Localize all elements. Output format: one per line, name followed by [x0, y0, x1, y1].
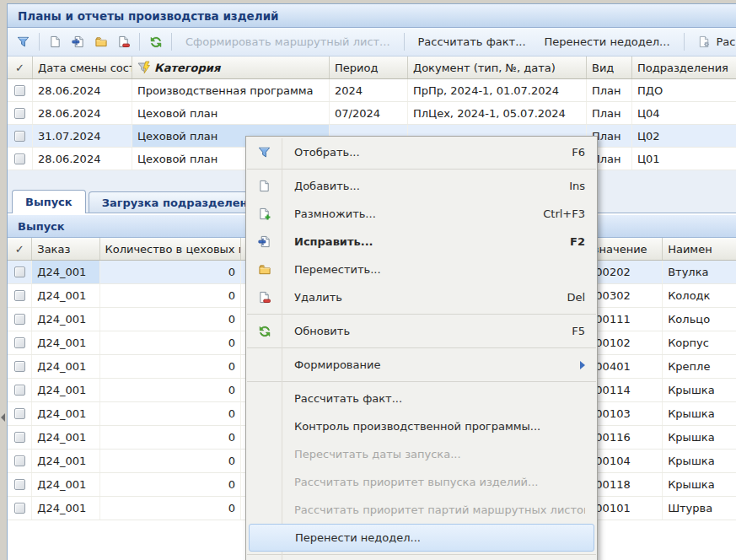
cell-text: Д24_001	[37, 266, 86, 278]
filter-button[interactable]	[12, 31, 35, 53]
menu-separator	[247, 169, 596, 170]
cell-name: Крышка	[663, 450, 736, 472]
context-menu-item[interactable]: Размножить...Ctrl+F3	[246, 200, 597, 228]
row-checkbox[interactable]	[14, 479, 25, 490]
cell-check	[8, 331, 32, 354]
plans-panel: Планы и отчеты производства изделий Сфор…	[7, 3, 736, 560]
toolbar: Сформировать маршрутный лист...Рассчитат…	[8, 28, 736, 57]
column-header-name[interactable]: Наимен	[663, 238, 736, 260]
row-checkbox[interactable]	[14, 314, 25, 325]
edit-button[interactable]	[67, 31, 89, 53]
cell-name: Кольцо	[663, 308, 736, 331]
context-menu-item[interactable]: Формирование	[246, 351, 597, 379]
menu-separator	[247, 314, 596, 315]
row-checkbox[interactable]	[14, 85, 25, 96]
cell-text: 0	[228, 337, 235, 349]
context-menu-item[interactable]: Пересчитать даты запуска...	[246, 440, 597, 468]
toolbar-button-label: Сформировать маршрутный лист...	[185, 35, 390, 48]
toolbar-separator	[404, 33, 405, 51]
extended-button[interactable]: Расширен	[689, 31, 736, 53]
cell-check	[8, 379, 32, 401]
collapse-splitter-icon[interactable]	[1, 413, 5, 422]
delete-document-icon	[117, 35, 131, 49]
cell-check	[8, 497, 32, 520]
calculate-fact-button[interactable]: Рассчитать факт...	[409, 31, 535, 53]
row-checkbox[interactable]	[14, 503, 25, 514]
panel-title-bar: Планы и отчеты производства изделий	[8, 4, 736, 28]
cell-name: Крышка	[663, 473, 736, 496]
row-checkbox[interactable]	[14, 408, 25, 419]
new-document-icon	[246, 180, 282, 192]
column-header-kind[interactable]: Вид	[587, 57, 632, 78]
tab-release[interactable]: Выпуск	[12, 190, 86, 213]
move-button[interactable]	[89, 31, 112, 53]
cell-text: Кольцо	[668, 313, 710, 326]
cell-check	[8, 308, 32, 331]
context-menu-item[interactable]: Контроль производственной программы...	[246, 412, 597, 440]
page-title: Планы и отчеты производства изделий	[18, 9, 279, 23]
cell-text: 2024	[335, 84, 363, 97]
row-checkbox[interactable]	[14, 432, 25, 443]
cell-quantity: 0	[100, 402, 242, 425]
context-menu-item[interactable]: Рассчитать приоритет партий маршрутных л…	[246, 496, 597, 524]
plans-table-row[interactable]: 28.06.2024Цеховой план07/2024ПлЦех, 2024…	[8, 102, 736, 125]
cell-name: Колодк	[663, 284, 736, 307]
cell-text: Корпус	[668, 337, 709, 349]
menu-item-label: Пересчитать даты запуска...	[282, 448, 585, 460]
delete-button[interactable]	[112, 31, 135, 53]
cell-text: Крышка	[668, 407, 714, 420]
cell-name: Корпус	[663, 331, 736, 354]
plans-table-header: ✓ Дата смены сост Категория Период Докум…	[8, 57, 736, 79]
row-checkbox[interactable]	[14, 385, 25, 396]
row-checkbox[interactable]	[14, 361, 25, 372]
cell-text: ПлЦех, 2024-1, 05.07.2024	[413, 107, 566, 120]
plans-table-row[interactable]: 28.06.2024Производственная программа2024…	[8, 79, 736, 102]
column-header-order[interactable]: Заказ	[32, 238, 99, 260]
report-settings-icon	[698, 35, 712, 49]
context-menu-item[interactable]: ОбновитьF5	[246, 317, 597, 345]
row-checkbox[interactable]	[14, 131, 25, 142]
cell-text: Д24_001	[37, 289, 86, 302]
context-menu-item[interactable]: Рассчитать приоритет выпуска изделий...	[246, 468, 597, 496]
context-menu-item[interactable]: Рассчитать факт...	[246, 385, 597, 412]
section-title: Выпуск	[18, 220, 65, 233]
column-header-category[interactable]: Категория	[132, 57, 330, 78]
cell-quantity: 0	[100, 284, 242, 307]
context-menu-item[interactable]: УдалитьDel	[246, 283, 597, 311]
cell-quantity: 0	[100, 473, 242, 496]
cell-check	[8, 426, 32, 449]
check-column-header[interactable]: ✓	[8, 238, 32, 260]
column-header-date[interactable]: Дата смены сост	[33, 57, 132, 78]
cell-order: Д24_001	[32, 355, 99, 378]
category-header-label: Категория	[154, 62, 220, 74]
cell-text: 0	[228, 266, 235, 278]
cell-text: 0	[228, 478, 235, 491]
cell-check	[8, 125, 33, 147]
column-header-quantity[interactable]: Количество в цеховых п	[100, 238, 242, 260]
row-checkbox[interactable]	[14, 290, 25, 301]
cell-check	[8, 450, 32, 472]
cell-check	[8, 261, 32, 283]
cell-date: 28.06.2024	[33, 102, 132, 124]
row-checkbox[interactable]	[14, 455, 25, 466]
context-menu-item[interactable]: Добавить...Ins	[246, 172, 597, 200]
left-dock-strip	[0, 0, 7, 560]
context-menu-item[interactable]: Исправить...F2	[246, 228, 597, 256]
transfer-backlog-button[interactable]: Перенести недодел...	[535, 31, 680, 53]
toolbar-button-label: Перенести недодел...	[545, 35, 670, 48]
row-checkbox[interactable]	[14, 153, 25, 164]
context-menu-item[interactable]: Отобрать...F6	[246, 138, 597, 166]
column-header-division[interactable]: Подразделения	[632, 57, 736, 78]
cell-date: 28.06.2024	[33, 148, 132, 170]
row-checkbox[interactable]	[14, 108, 25, 119]
context-menu-item[interactable]: Перенести недодел...	[249, 524, 594, 552]
add-button[interactable]	[44, 31, 67, 53]
row-checkbox[interactable]	[14, 337, 25, 348]
row-checkbox[interactable]	[14, 267, 25, 277]
column-header-period[interactable]: Период	[330, 57, 408, 78]
refresh-button[interactable]	[144, 31, 167, 53]
column-header-document[interactable]: Документ (тип, №, дата)	[408, 57, 587, 78]
cell-text: Д24_001	[37, 313, 86, 326]
context-menu-item[interactable]: Переместить...	[246, 256, 597, 283]
check-column-header[interactable]: ✓	[8, 57, 33, 78]
